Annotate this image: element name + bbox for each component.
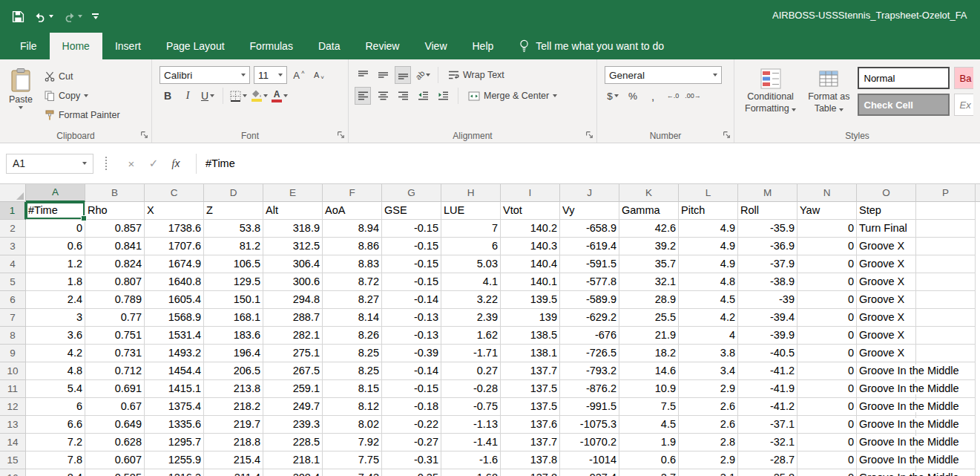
cell-N10[interactable]: 0 [798, 362, 857, 380]
cell-K14[interactable]: 1.9 [619, 434, 679, 451]
cell-I14[interactable]: 137.7 [501, 434, 560, 451]
cell-O4[interactable]: Groove X [857, 255, 916, 273]
cell-O3[interactable]: Groove X [857, 238, 916, 255]
cell-F16[interactable]: 7.43 [323, 469, 382, 476]
cell-I3[interactable]: 140.3 [501, 238, 560, 255]
cell-O2[interactable]: Turn Final [857, 220, 916, 238]
insert-function-button[interactable]: fx [165, 157, 187, 170]
cell-J14[interactable]: -1070.2 [560, 434, 619, 451]
cell-M14[interactable]: -32.1 [738, 434, 798, 451]
cell-C5[interactable]: 1640.8 [145, 273, 204, 291]
cell-M1[interactable]: Roll [738, 202, 798, 220]
cell-K12[interactable]: 7.5 [619, 398, 679, 416]
cell-J3[interactable]: -619.4 [560, 238, 619, 255]
redo-button[interactable] [63, 11, 82, 22]
row-header-14[interactable]: 14 [0, 434, 26, 451]
cell-G15[interactable]: -0.31 [382, 451, 441, 469]
cell-L11[interactable]: 2.9 [679, 380, 738, 398]
cell-P8[interactable] [916, 327, 976, 345]
cell-E11[interactable]: 259.1 [263, 380, 323, 398]
tab-insert[interactable]: Insert [102, 33, 154, 59]
cell-G11[interactable]: -0.15 [382, 380, 441, 398]
comma-format-button[interactable]: , [645, 87, 661, 105]
cell-F9[interactable]: 8.25 [323, 345, 382, 362]
cell-A6[interactable]: 2.4 [26, 291, 85, 309]
cell-F8[interactable]: 8.26 [323, 327, 382, 345]
cell-A16[interactable]: 8.4 [26, 469, 85, 476]
cell-L16[interactable]: 3.1 [679, 469, 738, 476]
cell-G5[interactable]: -0.15 [382, 273, 441, 291]
cell-F15[interactable]: 7.75 [323, 451, 382, 469]
cell-M7[interactable]: -39.4 [738, 309, 798, 327]
cell-C14[interactable]: 1295.7 [145, 434, 204, 451]
cell-D2[interactable]: 53.8 [204, 220, 263, 238]
cell-B15[interactable]: 0.607 [85, 451, 145, 469]
cell-H16[interactable]: -1.68 [441, 469, 501, 476]
underline-button[interactable]: U [200, 87, 216, 105]
cell-B16[interactable]: 0.585 [85, 469, 145, 476]
cancel-button[interactable]: × [120, 157, 142, 170]
cell-L12[interactable]: 2.6 [679, 398, 738, 416]
font-color-button[interactable]: A [272, 87, 288, 105]
cell-P1[interactable] [916, 202, 976, 220]
align-top-button[interactable] [355, 66, 371, 84]
cell-L5[interactable]: 4.8 [679, 273, 738, 291]
cell-K13[interactable]: 4.5 [619, 416, 679, 434]
cell-J5[interactable]: -577.8 [560, 273, 619, 291]
tab-review[interactable]: Review [353, 33, 412, 59]
row-header-1[interactable]: 1 [0, 202, 26, 220]
cell-B3[interactable]: 0.841 [85, 238, 145, 255]
cell-I12[interactable]: 137.5 [501, 398, 560, 416]
cell-J12[interactable]: -991.5 [560, 398, 619, 416]
column-header-H[interactable]: H [441, 184, 501, 202]
cell-D6[interactable]: 150.1 [204, 291, 263, 309]
cell-C9[interactable]: 1493.2 [145, 345, 204, 362]
cell-C8[interactable]: 1531.4 [145, 327, 204, 345]
cell-M15[interactable]: -28.7 [738, 451, 798, 469]
cell-A9[interactable]: 4.2 [26, 345, 85, 362]
cell-B9[interactable]: 0.731 [85, 345, 145, 362]
bold-button[interactable]: B [160, 87, 176, 105]
cell-A8[interactable]: 3.6 [26, 327, 85, 345]
cell-L10[interactable]: 3.4 [679, 362, 738, 380]
cell-I1[interactable]: Vtot [501, 202, 560, 220]
cell-H10[interactable]: 0.27 [441, 362, 501, 380]
cell-N9[interactable]: 0 [798, 345, 857, 362]
cell-K15[interactable]: 0.6 [619, 451, 679, 469]
cell-M12[interactable]: -41.2 [738, 398, 798, 416]
cell-J10[interactable]: -793.2 [560, 362, 619, 380]
cell-H7[interactable]: 2.39 [441, 309, 501, 327]
row-header-4[interactable]: 4 [0, 255, 26, 273]
cell-D8[interactable]: 183.6 [204, 327, 263, 345]
cell-D10[interactable]: 206.5 [204, 362, 263, 380]
cell-C16[interactable]: 1216.3 [145, 469, 204, 476]
currency-format-button[interactable]: $ [605, 87, 621, 105]
column-header-C[interactable]: C [145, 184, 204, 202]
cell-D14[interactable]: 218.8 [204, 434, 263, 451]
cell-C13[interactable]: 1335.6 [145, 416, 204, 434]
cell-A1[interactable]: #Time [26, 202, 85, 220]
cell-E16[interactable]: 208.4 [263, 469, 323, 476]
cell-N7[interactable]: 0 [798, 309, 857, 327]
cell-A15[interactable]: 7.8 [26, 451, 85, 469]
cell-E12[interactable]: 249.7 [263, 398, 323, 416]
name-box[interactable]: A1 [6, 154, 93, 174]
wrap-text-button[interactable]: Wrap Text [445, 67, 507, 84]
cell-I11[interactable]: 137.5 [501, 380, 560, 398]
number-dialog-launcher[interactable] [723, 131, 731, 140]
cell-H11[interactable]: -0.28 [441, 380, 501, 398]
cell-E15[interactable]: 218.1 [263, 451, 323, 469]
cell-P3[interactable] [916, 238, 976, 255]
cell-H13[interactable]: -1.13 [441, 416, 501, 434]
number-format-select[interactable]: General [605, 66, 722, 84]
row-header-5[interactable]: 5 [0, 273, 26, 291]
column-header-D[interactable]: D [204, 184, 263, 202]
tab-home[interactable]: Home [50, 33, 102, 59]
row-header-9[interactable]: 9 [0, 345, 26, 362]
cell-F4[interactable]: 8.83 [323, 255, 382, 273]
cell-F5[interactable]: 8.72 [323, 273, 382, 291]
cell-F11[interactable]: 8.15 [323, 380, 382, 398]
cell-J2[interactable]: -658.9 [560, 220, 619, 238]
cell-B12[interactable]: 0.67 [85, 398, 145, 416]
cell-O10[interactable]: Groove In the Middle [857, 362, 916, 380]
